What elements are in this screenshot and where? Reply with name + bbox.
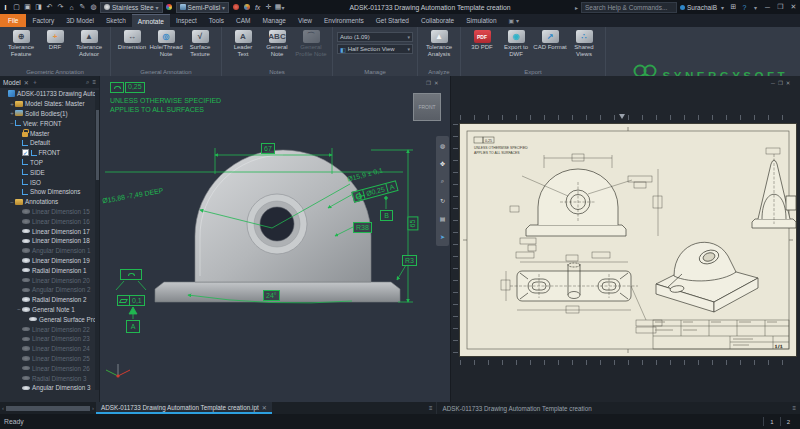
restore-button[interactable]: ❐ (774, 1, 787, 13)
tree-item-general-surface-profile[interactable]: General Surface Profile (0, 314, 96, 324)
tree-item-linear-dimension-24[interactable]: Linear Dimension 24 (0, 344, 96, 354)
dropdown-half-section-view[interactable]: ◧Half Section View▾ (337, 44, 413, 54)
dimension-button[interactable]: ↔Dimension (115, 29, 149, 51)
dropdown-auto-1-09[interactable]: Auto (1.09)▾ (337, 32, 413, 42)
menu-tab-simulation[interactable]: Simulation (460, 14, 502, 27)
menu-tab-inspect[interactable]: Inspect (170, 14, 203, 27)
leader-text-button[interactable]: ALeader Text (226, 29, 260, 57)
tree-item-master[interactable]: Master (0, 128, 96, 138)
viewcube[interactable]: FRONT (413, 93, 441, 121)
browser-hscrollbar[interactable]: ‹› (0, 402, 96, 414)
tolerance-advisor-button[interactable]: ▲Tolerance Advisor (72, 29, 106, 57)
tree-item-show-dimensions[interactable]: Show Dimensions (0, 187, 96, 197)
tree-item-linear-dimension-22[interactable]: Linear Dimension 22 (0, 324, 96, 334)
general-note-text[interactable]: UNLESS OTHERWISE SPECIFIEDAPPLIES TO ALL… (110, 97, 221, 115)
browser-tab-model[interactable]: Model (3, 79, 21, 86)
datum-b-label[interactable]: B (380, 210, 393, 221)
viewport-drawing[interactable]: 0,25 UNLESS OTHERWISE SPECIFIED APPLIES … (450, 76, 800, 402)
search-expand-icon[interactable]: ▸ (575, 4, 578, 11)
tree-item-linear-dimension-23[interactable]: Linear Dimension 23 (0, 334, 96, 344)
tree-item-linear-dimension-20[interactable]: Linear Dimension 20 (0, 275, 96, 285)
user-caret-icon[interactable]: ▾ (717, 2, 728, 13)
measure-icon[interactable]: ✛ (263, 2, 274, 13)
help-icon[interactable]: ? (739, 2, 750, 13)
vp2-restore-icon[interactable]: ❐ (778, 80, 783, 86)
menu-tab-tools[interactable]: Tools (203, 14, 230, 27)
browser-search-icon[interactable]: ⌕ (86, 79, 89, 86)
inventor-logo-icon[interactable]: I (0, 2, 11, 13)
page-2-button[interactable]: 2 (780, 417, 796, 426)
hole-thread-note-button[interactable]: ◎Hole/Thread Note (149, 29, 183, 57)
tree-item-linear-dimension-17[interactable]: Linear Dimension 17 (0, 226, 96, 236)
page-1-button[interactable]: 1 (763, 417, 779, 426)
appearance-dropdown[interactable]: Semi-Polisl▾ (176, 2, 230, 13)
tree-item-angular-dimension-2[interactable]: Angular Dimension 2 (0, 285, 96, 295)
open-icon[interactable]: ▣ (22, 2, 33, 13)
menu-tab-collaborate[interactable]: Collaborate (415, 14, 460, 27)
orbit-icon[interactable]: ↻ (440, 197, 445, 204)
surface-profile-note-symbol[interactable]: 0,25 (110, 82, 145, 93)
viewport-3d[interactable]: 0,25 UNLESS OTHERWISE SPECIFIEDAPPLIES T… (100, 76, 450, 402)
menu-tab-factory[interactable]: Factory (26, 14, 60, 27)
dim-width-67[interactable]: 67 (261, 143, 275, 154)
3d-pdf-button[interactable]: PDF3D PDF (465, 29, 499, 51)
appearance-tool-icon[interactable]: ➤ (440, 233, 445, 240)
vp2-minimize-icon[interactable]: ─ (771, 80, 775, 86)
dim-height-65[interactable]: 65 (407, 217, 418, 231)
tab-list-icon[interactable]: ≡ (425, 405, 437, 411)
sketch-icon[interactable]: ✎ (77, 2, 88, 13)
tolerance-feature-button[interactable]: ⊕Tolerance Feature (4, 29, 38, 57)
help-caret-icon[interactable]: ▾ (750, 2, 761, 13)
cad-format-button[interactable]: ↗CAD Format (533, 29, 567, 51)
look-at-icon[interactable]: ▤ (440, 215, 446, 222)
tree-item-solid-bodies-1[interactable]: +Solid Bodies(1) (0, 109, 96, 119)
adjust-icon[interactable] (230, 2, 241, 13)
surface-texture-button[interactable]: √Surface Texture (183, 29, 217, 57)
tree-item-front[interactable]: FRONT (0, 148, 96, 158)
browser-menu-icon[interactable]: ≡ (92, 79, 96, 85)
tree-item-angular-dimension-3[interactable]: Angular Dimension 3 (0, 383, 96, 393)
user-name[interactable]: SurachaiB (687, 4, 717, 11)
dim-r3[interactable]: R3 (402, 255, 417, 266)
redo-icon[interactable]: ↷ (55, 2, 66, 13)
tree-item-radial-dimension-3[interactable]: Radial Dimension 3 (0, 373, 96, 383)
tree-item-default[interactable]: Default (0, 138, 96, 148)
vp-restore-icon[interactable]: ❐ (426, 80, 431, 86)
close-button[interactable]: ✕ (787, 1, 800, 13)
tree-item-linear-dimension-15[interactable]: Linear Dimension 15 (0, 207, 96, 217)
tree-item-view-front[interactable]: −View: FRONT (0, 118, 96, 128)
menu-tab-manage[interactable]: Manage (257, 14, 293, 27)
tolerance-analysis-button[interactable]: ▲Tolerance Analysis (422, 29, 456, 57)
tree-item-adsk-011733-drawing-automation[interactable]: ADSK-011733 Drawing Automation (0, 89, 96, 99)
undo-icon[interactable]: ↶ (44, 2, 55, 13)
tree-item-radial-dimension-1[interactable]: Radial Dimension 1 (0, 265, 96, 275)
home-icon[interactable]: ⌂ (66, 2, 77, 13)
menu-tab-get-started[interactable]: Get Started (370, 14, 415, 27)
browser-close-icon[interactable]: ✕ (24, 79, 29, 86)
vp-close-icon[interactable]: ✕ (434, 80, 439, 86)
dim-angle-24[interactable]: 24° (263, 290, 280, 301)
fcf-flatness[interactable]: 0,1 (117, 295, 145, 306)
tab-close-icon[interactable]: ✕ (262, 404, 267, 411)
appearance-ball-icon[interactable]: ◍ (88, 2, 99, 13)
doc-tab-drawing[interactable]: ADSK-011733 Drawing Automation Template … (436, 402, 788, 414)
tree-item-general-note-1[interactable]: −General Note 1 (0, 305, 96, 315)
small-symbol-frame[interactable] (120, 269, 142, 280)
menu-tab-annotate[interactable]: Annotate (132, 14, 170, 27)
appearance-adjust-icon[interactable] (241, 2, 252, 13)
tree-item-iso[interactable]: ISO (0, 177, 96, 187)
record-panel-icon[interactable]: ▣ ▾ (503, 14, 525, 27)
zoom-icon[interactable]: ⌕ (441, 178, 444, 185)
menu-tab-cam[interactable]: CAM (230, 14, 256, 27)
tree-item-angular-dimension-1[interactable]: Angular Dimension 1 (0, 246, 96, 256)
menu-tab-file[interactable]: File (0, 14, 26, 27)
tree-item-linear-dimension-26[interactable]: Linear Dimension 26 (0, 363, 96, 373)
store-cart-icon[interactable]: ⊞ (728, 2, 739, 13)
color-wheel-icon[interactable] (164, 2, 175, 13)
general-note-button[interactable]: ABCGeneral Note (260, 29, 294, 57)
docs-icon[interactable]: ▦▾ (274, 2, 285, 13)
export-to-dwf-button[interactable]: ◉Export to DWF (499, 29, 533, 57)
tree-item-model-states-master[interactable]: +Model States: Master (0, 99, 96, 109)
tree-item-annotations[interactable]: −Annotations (0, 197, 96, 207)
help-search-input[interactable]: Search Help & Commands... (581, 2, 677, 13)
